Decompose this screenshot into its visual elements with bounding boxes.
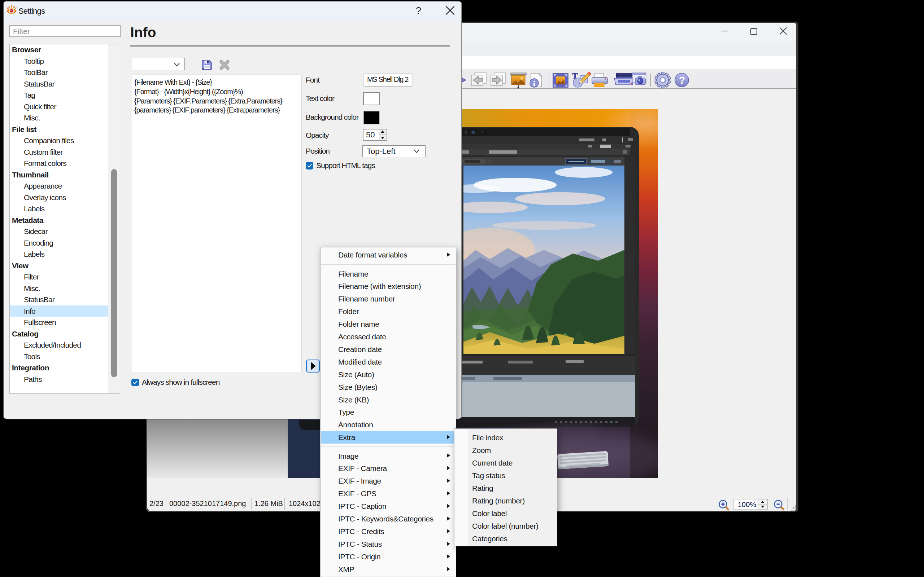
svg-text:?: ? [679,75,685,86]
